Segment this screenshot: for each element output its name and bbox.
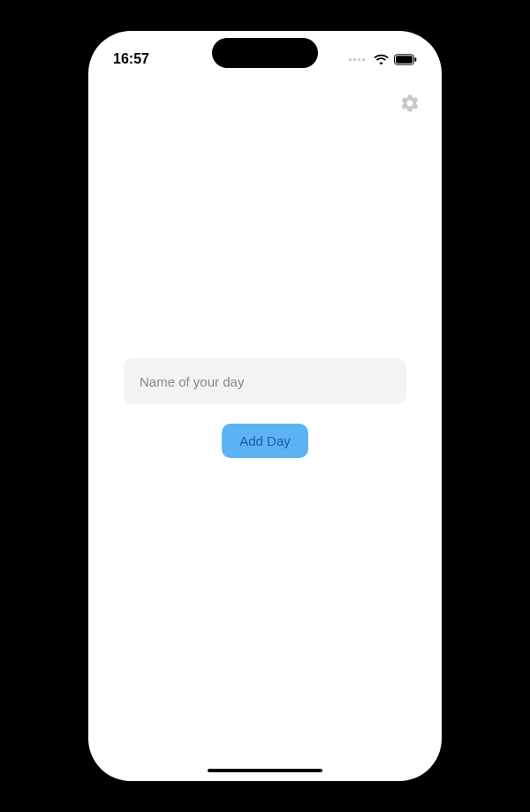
day-name-input[interactable] (124, 358, 406, 404)
device-notch (212, 38, 318, 68)
status-bar: 16:57 (88, 38, 442, 80)
wifi-icon (374, 54, 389, 65)
settings-button[interactable] (396, 89, 424, 120)
cellular-dots-icon (349, 58, 365, 61)
status-time: 16:57 (113, 51, 149, 67)
gear-icon (399, 93, 420, 114)
app-header (88, 80, 442, 129)
battery-icon (394, 54, 417, 65)
status-icons (349, 54, 417, 65)
svg-rect-2 (415, 57, 417, 61)
phone-frame: 16:57 (88, 31, 442, 781)
main-content: Add Day (88, 358, 442, 458)
svg-rect-1 (396, 56, 413, 63)
add-day-button[interactable]: Add Day (222, 424, 308, 458)
home-indicator[interactable] (208, 769, 322, 772)
